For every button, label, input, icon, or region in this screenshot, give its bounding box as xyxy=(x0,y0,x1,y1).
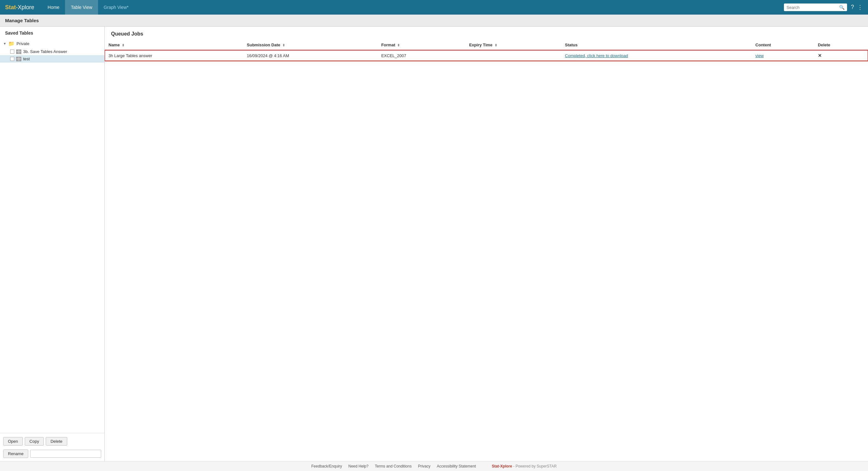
page-title: Manage Tables xyxy=(0,14,868,27)
search-icon: 🔍 xyxy=(839,5,844,10)
item-label-1: test xyxy=(23,57,30,61)
sidebar: Saved Tables ▼ 📁 Private 3b. Save Tables… xyxy=(0,27,105,461)
col-submission-date[interactable]: Submission Date ⇕ xyxy=(243,40,377,50)
delete-row-button[interactable]: ✕ xyxy=(818,53,822,58)
nav-home[interactable]: Home xyxy=(42,0,65,14)
submission-sort-icon[interactable]: ⇕ xyxy=(282,43,285,47)
logo-stat: Stat- xyxy=(5,4,18,10)
app-logo[interactable]: Stat-Xplore xyxy=(5,4,34,11)
saved-tables-title: Saved Tables xyxy=(0,27,104,38)
item-checkbox-0[interactable] xyxy=(10,50,14,54)
rename-row: Rename xyxy=(0,449,104,461)
row-submission-date: 16/09/2024 @ 4:16 AM xyxy=(243,50,377,61)
item-label-0: 3b. Save Tables Answer xyxy=(23,49,67,54)
row-expiry-time xyxy=(465,50,561,61)
folder-icon: 📁 xyxy=(8,40,14,47)
help-icon[interactable]: ? xyxy=(851,4,854,11)
content-view-link[interactable]: view xyxy=(755,53,764,58)
jobs-table: Name ⇕ Submission Date ⇕ Format ⇕ Expiry… xyxy=(105,40,868,61)
footer-terms[interactable]: Terms and Conditions xyxy=(375,464,411,468)
expiry-sort-icon[interactable]: ⇕ xyxy=(495,43,497,47)
copy-button[interactable]: Copy xyxy=(25,437,44,446)
header-icons: ? ⋮ xyxy=(851,4,863,11)
sidebar-tree: ▼ 📁 Private 3b. Save Tables Answer test xyxy=(0,38,104,433)
search-input[interactable] xyxy=(786,5,837,10)
main-content: Saved Tables ▼ 📁 Private 3b. Save Tables… xyxy=(0,27,868,461)
queued-jobs-title: Queued Jobs xyxy=(105,27,868,40)
table-header-row: Name ⇕ Submission Date ⇕ Format ⇕ Expiry… xyxy=(105,40,868,50)
col-expiry-time[interactable]: Expiry Time ⇕ xyxy=(465,40,561,50)
folder-private[interactable]: ▼ 📁 Private xyxy=(0,39,104,48)
item-checkbox-1[interactable] xyxy=(10,57,14,61)
row-content[interactable]: view xyxy=(751,50,814,61)
rename-button[interactable]: Rename xyxy=(3,449,28,458)
sidebar-buttons: Open Copy Delete xyxy=(0,433,104,449)
logo-xplore: Xplore xyxy=(18,4,34,10)
footer-accessibility[interactable]: Accessibility Statement xyxy=(437,464,476,468)
nav-table-view[interactable]: Table View xyxy=(65,0,98,14)
right-panel: Queued Jobs Name ⇕ Submission Date ⇕ For… xyxy=(105,27,868,461)
row-format: EXCEL_2007 xyxy=(377,50,465,61)
table-icon-1 xyxy=(16,57,21,61)
row-status[interactable]: Completed, click here to download xyxy=(561,50,751,61)
tree-item-1[interactable]: test xyxy=(0,55,104,62)
main-nav: Home Table View Graph View* xyxy=(42,0,134,14)
footer-brand: Stat-Xplore - Powered by SuperSTAR xyxy=(492,464,557,468)
nav-graph-view[interactable]: Graph View* xyxy=(98,0,134,14)
delete-button[interactable]: Delete xyxy=(46,437,67,446)
menu-icon[interactable]: ⋮ xyxy=(857,4,863,11)
format-sort-icon[interactable]: ⇕ xyxy=(397,43,400,47)
row-delete[interactable]: ✕ xyxy=(814,50,868,61)
page-title-text: Manage Tables xyxy=(5,18,39,23)
footer-help[interactable]: Need Help? xyxy=(348,464,368,468)
name-sort-icon[interactable]: ⇕ xyxy=(122,43,124,47)
col-status: Status xyxy=(561,40,751,50)
footer-feedback[interactable]: Feedback/Enquiry xyxy=(311,464,342,468)
app-header: Stat-Xplore Home Table View Graph View* … xyxy=(0,0,868,14)
table-row: 3h Large Tables answer16/09/2024 @ 4:16 … xyxy=(105,50,868,61)
col-name[interactable]: Name ⇕ xyxy=(105,40,243,50)
search-box: 🔍 xyxy=(784,3,847,11)
status-download-link[interactable]: Completed, click here to download xyxy=(565,53,628,58)
col-format[interactable]: Format ⇕ xyxy=(377,40,465,50)
rename-input[interactable] xyxy=(30,450,101,458)
folder-toggle-icon: ▼ xyxy=(3,42,6,46)
app-footer: Feedback/Enquiry Need Help? Terms and Co… xyxy=(0,461,868,471)
open-button[interactable]: Open xyxy=(3,437,23,446)
folder-label: Private xyxy=(17,41,29,46)
tree-item-0[interactable]: 3b. Save Tables Answer xyxy=(0,48,104,55)
footer-brand-text: - Powered by SuperSTAR xyxy=(513,464,557,468)
row-name: 3h Large Tables answer xyxy=(105,50,243,61)
footer-brand-logo: Stat-Xplore xyxy=(492,464,512,468)
table-icon-0 xyxy=(16,50,21,54)
col-content: Content xyxy=(751,40,814,50)
footer-privacy[interactable]: Privacy xyxy=(418,464,430,468)
col-delete: Delete xyxy=(814,40,868,50)
